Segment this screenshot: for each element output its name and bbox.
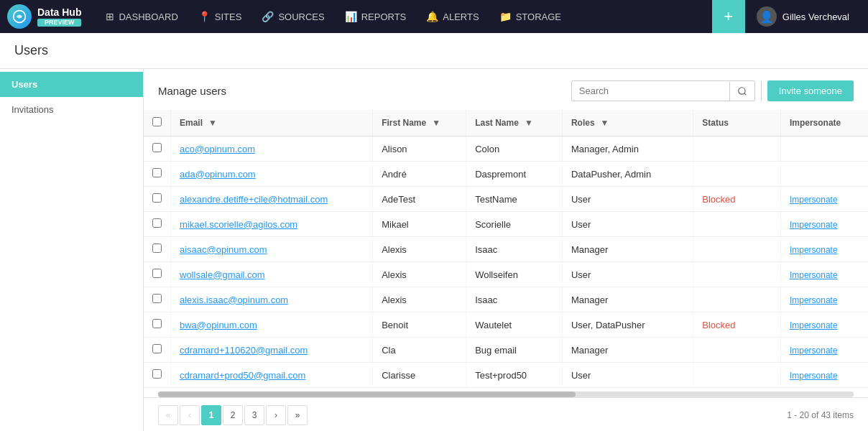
row-checkbox[interactable] [152,244,162,253]
scrollbar-thumb [158,391,576,397]
row-impersonate: Impersonate [780,237,868,262]
search-button[interactable] [729,82,754,101]
email-link[interactable]: aco@opinum.com [180,144,255,154]
row-impersonate [780,136,868,162]
nav-item-reports[interactable]: 📊 REPORTS [335,0,417,33]
row-checkbox-cell [144,338,171,363]
row-email: bwa@opinum.com [171,312,373,338]
row-email: aco@opinum.com [171,136,373,162]
pagination-page-1[interactable]: 1 [201,405,221,425]
row-status [693,212,781,237]
row-status [693,162,781,187]
pagination-page-3[interactable]: 3 [244,405,264,425]
manage-users-title: Manage users [158,85,226,97]
row-status [693,262,781,287]
main-content: Manage users Invite someone [144,69,868,431]
pagination-controls: « ‹ 1 2 3 › » [158,405,308,425]
impersonate-link[interactable]: Impersonate [790,371,838,381]
select-all-checkbox[interactable] [152,117,162,126]
row-roles: Manager [562,287,693,312]
roles-filter-icon[interactable]: ▼ [601,118,609,128]
email-link[interactable]: alexis.isaac@opinum.com [180,295,288,305]
row-email: cdramard+prod50@gmail.com [171,363,373,388]
email-link[interactable]: aisaac@opinum.com [180,244,267,255]
row-checkbox[interactable] [152,218,162,228]
impersonate-link[interactable]: Impersonate [790,295,838,305]
impersonate-link[interactable]: Impersonate [790,195,838,205]
search-box [571,80,755,101]
email-link[interactable]: wollsale@gmail.com [180,269,265,280]
email-link[interactable]: cdramard+prod50@gmail.com [180,370,305,381]
nav-item-sites[interactable]: 📍 SITES [188,0,252,33]
table-row: mikael.scorielle@agilos.com Mikael Scori… [144,212,868,237]
row-lastname: Test+prod50 [466,363,563,388]
pagination-page-2[interactable]: 2 [223,405,243,425]
row-checkbox[interactable] [152,143,162,152]
svg-point-1 [739,87,745,93]
nav-item-sources[interactable]: 🔗 SOURCES [251,0,334,33]
email-link[interactable]: ada@opinum.com [180,169,256,180]
row-lastname: Daspremont [466,162,563,187]
row-checkbox[interactable] [152,369,162,379]
pagination-first-button[interactable]: « [158,405,178,425]
add-button[interactable]: + [712,0,745,33]
pagination-next-button[interactable]: › [266,405,286,425]
email-link[interactable]: bwa@opinum.com [180,320,257,330]
lastname-filter-icon[interactable]: ▼ [525,118,533,128]
horizontal-scrollbar[interactable] [158,391,854,397]
table-row: aisaac@opinum.com Alexis Isaac Manager I… [144,237,868,262]
sidebar: Users Invitations [0,69,144,431]
nav-item-alerts[interactable]: 🔔 ALERTS [416,0,489,33]
search-input[interactable] [572,81,729,101]
email-filter-icon[interactable]: ▼ [208,118,217,128]
row-checkbox[interactable] [152,193,162,203]
row-firstname: Alexis [373,237,466,262]
email-link[interactable]: mikael.scorielle@agilos.com [180,219,297,230]
row-email: ada@opinum.com [171,162,373,187]
pagination-prev-button[interactable]: ‹ [180,405,200,425]
impersonate-link[interactable]: Impersonate [790,220,838,230]
user-menu[interactable]: 👤 Gilles Vercheval [745,6,861,27]
table-row: aco@opinum.com Alison Colon Manager, Adm… [144,136,868,162]
row-firstname: Clarisse [373,363,466,388]
app-logo[interactable]: Data Hub PREVIEW [7,4,81,29]
row-checkbox[interactable] [152,168,162,177]
pagination-last-button[interactable]: » [287,405,308,425]
row-checkbox[interactable] [152,319,162,328]
row-lastname: Wollseifen [466,262,563,287]
impersonate-link[interactable]: Impersonate [790,320,838,330]
row-firstname: Cla [373,338,466,363]
sidebar-item-invitations[interactable]: Invitations [0,97,143,122]
row-impersonate: Impersonate [780,287,868,312]
th-impersonate: Impersonate [780,110,868,136]
row-checkbox[interactable] [152,269,162,278]
row-checkbox[interactable] [152,344,162,353]
email-link[interactable]: alexandre.detiffe+cile@hotmail.com [180,194,328,205]
table-row: alexandre.detiffe+cile@hotmail.com AdeTe… [144,187,868,212]
row-checkbox-cell [144,212,171,237]
alerts-icon: 🔔 [426,11,438,22]
invite-someone-button[interactable]: Invite someone [767,80,854,101]
impersonate-link[interactable]: Impersonate [790,346,838,356]
users-table-wrapper: Email ▼ First Name ▼ Las [144,110,868,391]
row-roles: User, DataPusher [562,312,693,338]
row-lastname: TestName [466,187,563,212]
row-checkbox-cell [144,363,171,388]
impersonate-link[interactable]: Impersonate [790,245,838,255]
sidebar-item-users[interactable]: Users [0,72,143,97]
pagination-info: 1 - 20 of 43 items [787,410,854,420]
table-row: wollsale@gmail.com Alexis Wollseifen Use… [144,262,868,287]
table-row: cdramard+110620@gmail.com Cla Bug email … [144,338,868,363]
row-firstname: Alexis [373,262,466,287]
firstname-filter-icon[interactable]: ▼ [432,118,440,128]
row-lastname: Isaac [466,287,563,312]
impersonate-link[interactable]: Impersonate [790,270,838,280]
row-checkbox[interactable] [152,294,162,303]
nav-item-storage[interactable]: 📁 STORAGE [489,0,571,33]
email-link[interactable]: cdramard+110620@gmail.com [180,345,308,356]
row-checkbox-cell [144,187,171,212]
status-badge: Blocked [702,194,735,205]
nav-item-dashboard[interactable]: ⊞ DASHBOARD [96,0,188,33]
status-badge: Blocked [702,320,735,330]
row-status: Blocked [693,312,781,338]
